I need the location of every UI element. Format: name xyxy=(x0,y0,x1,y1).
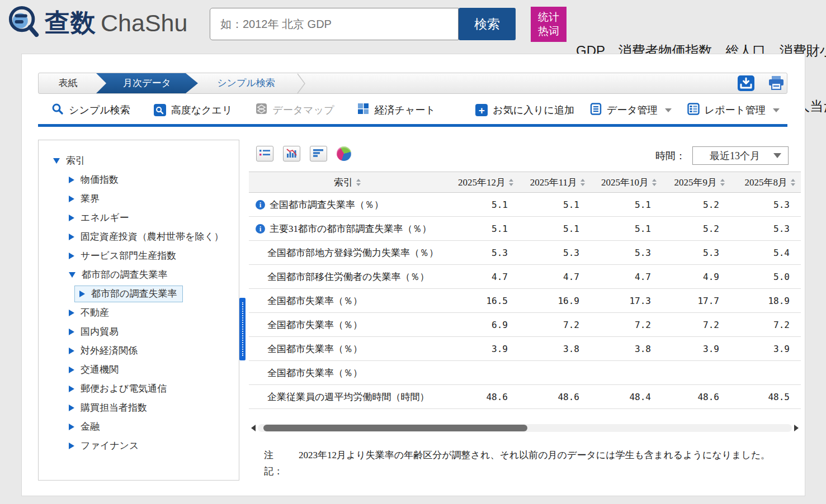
plus-icon xyxy=(475,104,488,116)
scrollbar-track[interactable] xyxy=(258,424,792,432)
hot-words-badge: 统计 热词 xyxy=(531,7,567,42)
sidebar-item-real-estate[interactable]: 不動産 xyxy=(39,303,239,322)
list-view-icon xyxy=(259,149,270,159)
horizontal-bars-icon xyxy=(313,149,324,159)
logo-text-en: ChaShu xyxy=(101,9,187,37)
table-row[interactable]: 全国都市失業率（％） 16.5 16.9 17.3 17.7 18.9 xyxy=(249,289,801,313)
horizontal-scrollbar[interactable] xyxy=(251,424,799,432)
tree-expanded-icon[interactable] xyxy=(53,158,60,164)
column-header-month[interactable]: 2025年8月 xyxy=(730,176,801,189)
document-icon xyxy=(590,103,602,118)
data-table: 索引 2025年12月 2025年11月 2025年10月 2025年9月 20… xyxy=(249,172,801,409)
tree-collapsed-icon[interactable] xyxy=(69,329,74,335)
search-input[interactable] xyxy=(210,8,459,40)
tree-collapsed-icon[interactable] xyxy=(79,291,85,297)
tab-monthly-data-active[interactable]: 月次データ xyxy=(96,73,198,93)
tree-collapsed-icon[interactable] xyxy=(69,196,74,202)
sidebar-item-money[interactable]: 金融 xyxy=(39,417,239,436)
tree-collapsed-icon[interactable] xyxy=(69,443,74,449)
sidebar-item-urban-survey-unemployment[interactable]: 都市部の調査失業率 xyxy=(39,265,239,284)
tree-collapsed-icon[interactable] xyxy=(69,348,74,354)
tab-cover[interactable]: 表紙 xyxy=(39,73,97,93)
info-icon[interactable] xyxy=(256,200,265,210)
chart-squares-icon xyxy=(357,103,369,117)
sort-icon[interactable] xyxy=(580,179,585,186)
tab-simple-search[interactable]: シンプル検索 xyxy=(198,73,294,93)
tree-collapsed-icon[interactable] xyxy=(69,367,74,373)
column-header-month[interactable]: 2025年12月 xyxy=(446,176,519,189)
search-button[interactable]: 検索 xyxy=(459,8,516,40)
sort-icon[interactable] xyxy=(791,179,795,186)
sidebar-item-index[interactable]: 索引 xyxy=(39,151,239,170)
pie-chart-view-button[interactable] xyxy=(337,146,351,161)
view-switch-toolbar xyxy=(256,146,351,161)
sidebar-item-purchasing-managers-index[interactable]: 購買担当者指数 xyxy=(39,398,239,417)
chevron-down-icon xyxy=(773,153,781,158)
print-button[interactable] xyxy=(767,75,786,92)
sidebar-item-price-index[interactable]: 物価指数 xyxy=(39,170,239,189)
report-management-menu[interactable]: レポート管理 xyxy=(687,103,780,118)
toolbar-simple-search[interactable]: シンプル検索 xyxy=(51,103,130,118)
map-icon xyxy=(256,103,267,117)
tab-separator-chevron xyxy=(297,73,306,96)
footnote-label: 注 記： xyxy=(264,447,290,479)
sort-icon[interactable] xyxy=(652,179,657,186)
breadcrumb-tabbar: 表紙 月次データ シンプル検索 xyxy=(38,73,787,94)
sidebar-item-industry[interactable]: 業界 xyxy=(39,189,239,208)
tree-collapsed-icon[interactable] xyxy=(69,424,74,430)
scroll-left-arrow-icon[interactable] xyxy=(251,425,256,431)
sort-icon[interactable] xyxy=(720,179,725,186)
sidebar-item-foreign-economic-relations[interactable]: 対外経済関係 xyxy=(39,341,239,360)
sidebar-item-transportation[interactable]: 交通機関 xyxy=(39,360,239,379)
table-row[interactable]: 全国都市失業率（％） xyxy=(249,361,801,385)
tree-expanded-icon[interactable] xyxy=(69,272,75,278)
bar-chart-view-button[interactable] xyxy=(283,146,300,161)
download-button[interactable] xyxy=(737,75,756,92)
sidebar-item-energy[interactable]: エネルギー xyxy=(39,208,239,227)
sidebar-item-post-telecom[interactable]: 郵便および電気通信 xyxy=(39,379,239,398)
column-header-month[interactable]: 2025年11月 xyxy=(519,176,591,189)
table-row[interactable]: 全国都市部地方登録労働力失業率（％） 5.3 5.3 5.3 5.3 5.4 xyxy=(249,241,801,265)
add-favorite-button[interactable]: お気に入りに追加 xyxy=(475,103,574,117)
sidebar-item-domestic-trade[interactable]: 国内貿易 xyxy=(39,322,239,341)
sort-icon[interactable] xyxy=(356,179,361,186)
sidebar-resize-handle[interactable] xyxy=(239,298,246,360)
info-icon[interactable] xyxy=(256,224,265,234)
app-logo[interactable]: 查数 ChaShu xyxy=(8,4,187,41)
sort-icon[interactable] xyxy=(509,179,513,186)
tree-collapsed-icon[interactable] xyxy=(69,386,74,392)
tree-collapsed-icon[interactable] xyxy=(69,253,74,259)
sidebar-item-fixed-asset-investment[interactable]: 固定資産投資（農村世帯を除く） xyxy=(39,227,239,246)
table-header-row: 索引 2025年12月 2025年11月 2025年10月 2025年9月 20… xyxy=(249,172,801,193)
table-row[interactable]: 全国都市調査失業率（％） 5.1 5.1 5.1 5.2 5.3 xyxy=(249,193,801,217)
column-header-month[interactable]: 2025年9月 xyxy=(662,176,730,189)
table-row[interactable]: 主要31都市の都市部調査失業率（％） 5.1 5.1 5.1 5.2 5.3 xyxy=(249,217,801,241)
tree-collapsed-icon[interactable] xyxy=(69,215,74,221)
table-row[interactable]: 全国都市失業率（％） 6.9 7.2 7.2 7.2 7.2 xyxy=(249,313,801,337)
report-grid-icon xyxy=(687,103,700,118)
toolbar-right-group: お気に入りに追加 データ管理 レポート管理 xyxy=(475,103,780,118)
sidebar-item-finance[interactable]: ファイナンス xyxy=(39,436,239,455)
sidebar-item-urban-survey-unemployment-child-selected[interactable]: 都市部の調査失業率 xyxy=(39,284,239,303)
column-header-month[interactable]: 2025年10月 xyxy=(591,176,662,189)
table-row[interactable]: 全国都市部移住労働者の失業率（％） 4.7 4.7 4.7 4.9 5.0 xyxy=(249,265,801,289)
table-row[interactable]: 企業従業員の週平均労働時間（時間） 48.6 48.6 48.4 48.6 48… xyxy=(249,385,801,409)
toolbar-data-map[interactable]: データマップ xyxy=(256,103,334,117)
tree-collapsed-icon[interactable] xyxy=(69,310,74,316)
column-header-index[interactable]: 索引 xyxy=(249,176,446,189)
selected-tree-item-box[interactable]: 都市部の調査失業率 xyxy=(74,286,183,302)
table-row[interactable]: 全国都市失業率（％） 3.9 3.8 3.8 3.9 3.9 xyxy=(249,337,801,361)
tree-collapsed-icon[interactable] xyxy=(69,234,74,240)
toolbar-advanced-query[interactable]: 高度なクエリ xyxy=(154,103,233,117)
tree-collapsed-icon[interactable] xyxy=(69,405,74,411)
list-view-button[interactable] xyxy=(256,146,273,161)
scrollbar-thumb[interactable] xyxy=(263,425,527,431)
tree-collapsed-icon[interactable] xyxy=(69,177,74,183)
horizontal-bars-view-button[interactable] xyxy=(310,146,327,161)
scroll-right-arrow-icon[interactable] xyxy=(794,425,799,431)
data-management-menu[interactable]: データ管理 xyxy=(590,103,672,118)
index-tree-sidebar: 索引 物価指数 業界 エネルギー 固定資産投資（農村世帯を除く） サービス部門生… xyxy=(38,140,239,481)
time-range-select[interactable]: 最近13个月 xyxy=(692,146,789,165)
sidebar-item-service-production-index[interactable]: サービス部門生産指数 xyxy=(39,246,239,265)
toolbar-economic-chart[interactable]: 経済チャート xyxy=(357,103,435,117)
